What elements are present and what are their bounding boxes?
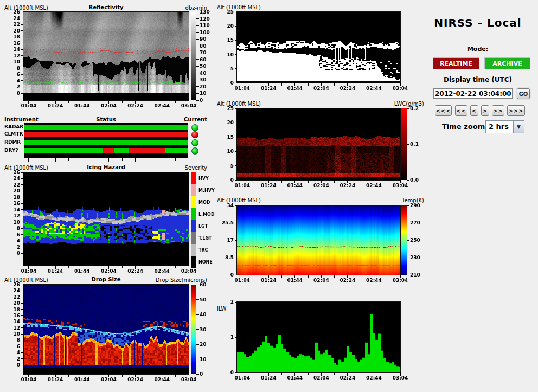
y-tick — [235, 151, 237, 152]
x-minor-tick — [42, 158, 42, 161]
colorbar-tick-label: 10 — [200, 357, 207, 362]
y-tick — [21, 334, 23, 335]
step-forward-medium-button[interactable]: >> — [492, 105, 504, 116]
x-tick — [162, 158, 162, 162]
x-minor-tick — [42, 374, 42, 377]
colorbar-tick-label: 250 — [410, 237, 420, 243]
x-minor-tick — [334, 180, 335, 183]
y-tick — [21, 24, 23, 25]
x-tick — [135, 158, 136, 162]
y-tick-label: 10 — [2, 331, 20, 337]
dropsize-colorbar-label: Drop Size(microns) — [136, 277, 207, 283]
y-tick-label: 12 — [2, 213, 20, 219]
y-tick — [21, 216, 23, 216]
y-tick-label: 2 — [2, 356, 20, 362]
y-tick — [235, 40, 237, 41]
cloud-mask-plot — [237, 12, 400, 83]
time-zoom-select[interactable]: 2 hrs ▼ — [485, 120, 524, 133]
go-button[interactable]: GO — [517, 88, 530, 99]
x-tick-label: 01:24 — [259, 86, 278, 91]
lwc-colorbar — [401, 108, 407, 180]
x-minor-tick — [68, 158, 69, 161]
y-tick — [21, 191, 23, 191]
colorbar-tick-label: 40 — [200, 70, 207, 76]
y-tick — [21, 358, 23, 359]
x-minor-tick — [149, 100, 149, 103]
x-minor-tick — [308, 275, 309, 278]
y-tick — [21, 228, 23, 229]
status-bar-segment — [24, 132, 188, 137]
x-minor-tick — [95, 158, 95, 161]
y-tick-label: 25 — [215, 9, 234, 15]
y-tick — [21, 87, 23, 87]
step-forward-small-button[interactable]: > — [481, 105, 489, 116]
x-minor-tick — [308, 180, 309, 183]
colorbar-tick-label: 70 — [200, 50, 207, 55]
x-minor-tick — [387, 83, 387, 86]
x-tick-label: 02:24 — [338, 86, 357, 91]
colorbar-tick — [407, 275, 409, 275]
x-tick-label: 03:04 — [391, 278, 409, 283]
step-back-medium-button[interactable]: << — [455, 105, 467, 116]
x-minor-tick — [281, 275, 282, 278]
y-tick-label: 0 — [2, 250, 20, 256]
colorbar-tick — [407, 180, 409, 181]
nirss-local-window: Alt (1000ft MSL) Reflectivity dbz-min In… — [0, 0, 538, 392]
y-tick — [21, 197, 23, 197]
x-tick-label: 02:04 — [312, 278, 330, 283]
x-minor-tick — [175, 158, 176, 161]
x-tick-label: 01:04 — [233, 375, 252, 381]
realtime-button[interactable]: REALTIME — [433, 57, 479, 69]
colorbar-tick — [196, 18, 199, 19]
y-tick-label: 15 — [215, 134, 234, 140]
step-forward-large-button[interactable]: >>> — [507, 105, 525, 116]
colorbar-tick-label: 50 — [200, 63, 207, 69]
y-tick — [21, 172, 23, 173]
x-minor-tick — [308, 372, 309, 375]
colorbar-tick — [196, 53, 199, 53]
y-tick-label: 0 — [2, 91, 20, 96]
y-tick — [235, 258, 237, 258]
archive-button[interactable]: ARCHIVE — [484, 57, 530, 69]
y-tick-label: 20 — [2, 300, 20, 306]
y-tick-label: 26 — [2, 9, 20, 15]
display-time-input[interactable] — [433, 88, 513, 99]
y-tick-label: 16 — [2, 201, 20, 206]
colorbar-tick — [196, 344, 199, 345]
y-tick-label: 8.5 — [215, 255, 234, 260]
y-tick-label: 12 — [2, 325, 20, 331]
y-tick — [21, 74, 23, 75]
y-tick-label: 0 — [215, 370, 234, 375]
colorbar-tick-label: 0.1 — [410, 142, 419, 147]
y-tick — [21, 178, 23, 179]
temp-plot — [237, 205, 400, 275]
y-tick-label: 20 — [2, 28, 20, 34]
y-tick-label: 22 — [2, 22, 20, 27]
y-tick — [21, 18, 23, 18]
y-tick-label: 20 — [2, 188, 20, 194]
step-back-small-button[interactable]: < — [470, 105, 478, 116]
x-tick-label: 02:04 — [99, 377, 118, 382]
x-tick-label: 01:44 — [73, 377, 91, 382]
x-tick-label: 02:24 — [126, 377, 145, 382]
status-bar-segment — [24, 125, 188, 130]
y-tick — [21, 322, 23, 322]
severity-swatch — [191, 256, 196, 268]
control-panel: NIRSS - Local Mode: REALTIME ARCHIVE Dis… — [418, 0, 538, 163]
y-tick — [21, 315, 23, 316]
icing-hazard-plot — [23, 172, 189, 266]
y-tick-label: 0 — [215, 272, 234, 278]
x-tick — [108, 158, 109, 162]
y-tick — [21, 340, 23, 340]
y-tick-label: 20 — [215, 120, 234, 125]
x-tick-label: 01:44 — [73, 103, 91, 108]
icing-colorbar-label: Severity — [136, 165, 207, 171]
x-tick-label: 01:44 — [286, 86, 304, 91]
lwc-plot — [237, 108, 400, 180]
colorbar-tick-label: 270 — [410, 220, 420, 226]
x-tick-label: 02:24 — [126, 268, 145, 274]
y-tick-label: 10 — [215, 52, 234, 57]
colorbar-tick — [196, 314, 199, 315]
step-back-large-button[interactable]: <<< — [435, 105, 452, 116]
reflectivity-plot — [23, 12, 189, 100]
